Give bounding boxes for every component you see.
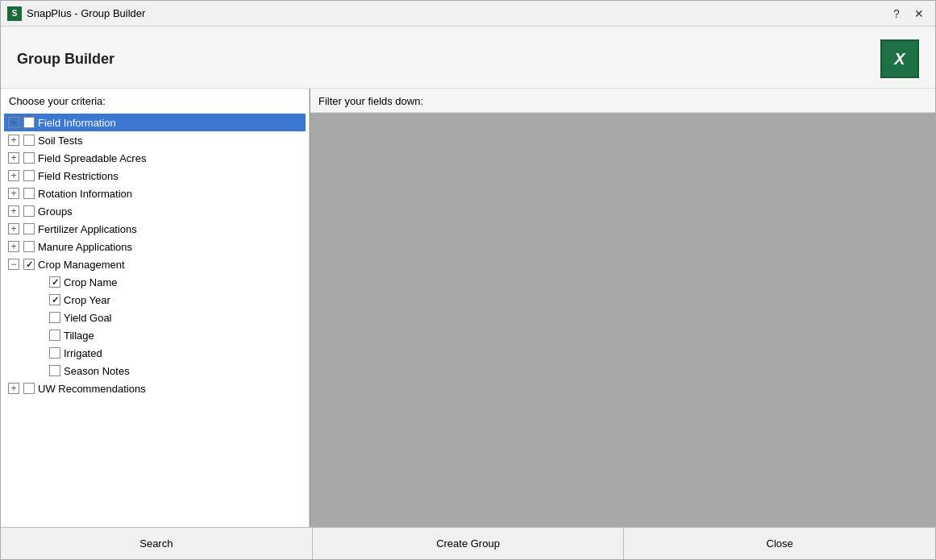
label-field-information: Field Information [38, 117, 116, 129]
window-title: SnapPlus - Group Builder [27, 7, 887, 19]
bottom-bar: Search Create Group Close [1, 527, 935, 559]
tree-item-uw-recommendations[interactable]: UW Recommendations [4, 380, 306, 397]
tree-item-tillage[interactable]: Tillage [4, 326, 306, 344]
checkbox-irrigated[interactable] [49, 347, 60, 359]
label-yield-goal: Yield Goal [64, 312, 112, 324]
close-button[interactable]: Close [624, 528, 935, 559]
tree-item-irrigated[interactable]: Irrigated [4, 344, 306, 362]
page-title: Group Builder [17, 51, 114, 68]
app-icon: S [7, 6, 22, 21]
expander-manure-applications[interactable] [7, 240, 20, 253]
content-area: Choose your criteria: Field Information … [1, 89, 935, 527]
expander-field-restrictions[interactable] [7, 169, 20, 182]
tree-item-season-notes[interactable]: Season Notes [4, 362, 306, 380]
tree-item-yield-goal[interactable]: Yield Goal [4, 309, 306, 326]
expander-groups[interactable] [7, 205, 20, 218]
checkbox-crop-name[interactable] [49, 276, 60, 288]
expander-rotation-information[interactable] [7, 187, 20, 200]
expander-field-information[interactable] [7, 116, 20, 129]
label-crop-management: Crop Management [38, 259, 125, 271]
tree-container: Field Information Soil Tests Field Sprea… [1, 112, 309, 527]
title-bar: S SnapPlus - Group Builder ? ✕ [1, 1, 935, 27]
excel-icon: X [894, 50, 905, 68]
checkbox-season-notes[interactable] [49, 365, 60, 376]
left-panel: Choose your criteria: Field Information … [1, 89, 310, 527]
checkbox-field-restrictions[interactable] [23, 170, 35, 181]
label-season-notes: Season Notes [64, 365, 130, 377]
label-irrigated: Irrigated [64, 347, 102, 359]
checkbox-rotation-information[interactable] [23, 188, 35, 199]
tree-item-crop-management[interactable]: Crop Management [4, 255, 306, 273]
expander-crop-management[interactable] [7, 258, 20, 271]
filter-label: Filter your fields down: [310, 89, 935, 113]
label-field-spreadable-acres: Field Spreadable Acres [38, 152, 146, 164]
header: Group Builder X [1, 27, 935, 89]
checkbox-uw-recommendations[interactable] [23, 383, 35, 394]
tree-item-crop-name[interactable]: Crop Name [4, 273, 306, 291]
help-button[interactable]: ? [887, 4, 906, 23]
checkbox-groups[interactable] [23, 205, 35, 217]
label-rotation-information: Rotation Information [38, 188, 132, 200]
checkbox-soil-tests[interactable] [23, 135, 35, 146]
close-window-button[interactable]: ✕ [909, 4, 929, 23]
label-crop-name: Crop Name [64, 276, 117, 288]
label-manure-applications: Manure Applications [38, 241, 132, 253]
label-uw-recommendations: UW Recommendations [38, 383, 146, 395]
tree-item-soil-tests[interactable]: Soil Tests [4, 131, 306, 149]
excel-export-button[interactable]: X [880, 39, 919, 78]
expander-field-spreadable-acres[interactable] [7, 151, 20, 164]
tree-item-manure-applications[interactable]: Manure Applications [4, 238, 306, 255]
criteria-label: Choose your criteria: [1, 89, 309, 112]
window-controls: ? ✕ [887, 4, 929, 23]
label-fertilizer-applications: Fertilizer Applications [38, 223, 137, 235]
tree-item-rotation-information[interactable]: Rotation Information [4, 185, 306, 202]
label-soil-tests: Soil Tests [38, 135, 82, 147]
label-groups: Groups [38, 205, 73, 218]
checkbox-manure-applications[interactable] [23, 241, 35, 252]
tree-item-field-spreadable-acres[interactable]: Field Spreadable Acres [4, 149, 306, 167]
filter-content [310, 113, 935, 527]
expander-uw-recommendations[interactable] [7, 382, 20, 395]
checkbox-crop-management[interactable] [23, 259, 35, 270]
label-tillage: Tillage [64, 330, 94, 342]
search-button[interactable]: Search [1, 528, 313, 559]
tree-item-crop-year[interactable]: Crop Year [4, 291, 306, 309]
tree-item-groups[interactable]: Groups [4, 202, 306, 220]
label-field-restrictions: Field Restrictions [38, 170, 119, 182]
checkbox-field-spreadable-acres[interactable] [23, 152, 35, 164]
create-group-button[interactable]: Create Group [313, 528, 625, 559]
tree-item-field-information[interactable]: Field Information [4, 114, 306, 131]
tree-item-fertilizer-applications[interactable]: Fertilizer Applications [4, 220, 306, 238]
checkbox-fertilizer-applications[interactable] [23, 223, 35, 234]
main-window: S SnapPlus - Group Builder ? ✕ Group Bui… [0, 0, 936, 560]
tree-item-field-restrictions[interactable]: Field Restrictions [4, 167, 306, 185]
checkbox-crop-year[interactable] [49, 294, 60, 305]
checkbox-yield-goal[interactable] [49, 312, 60, 323]
expander-soil-tests[interactable] [7, 134, 20, 147]
checkbox-tillage[interactable] [49, 330, 60, 341]
label-crop-year: Crop Year [64, 294, 110, 306]
right-panel: Filter your fields down: [310, 89, 935, 527]
expander-fertilizer-applications[interactable] [7, 222, 20, 235]
checkbox-field-information[interactable] [23, 117, 35, 128]
